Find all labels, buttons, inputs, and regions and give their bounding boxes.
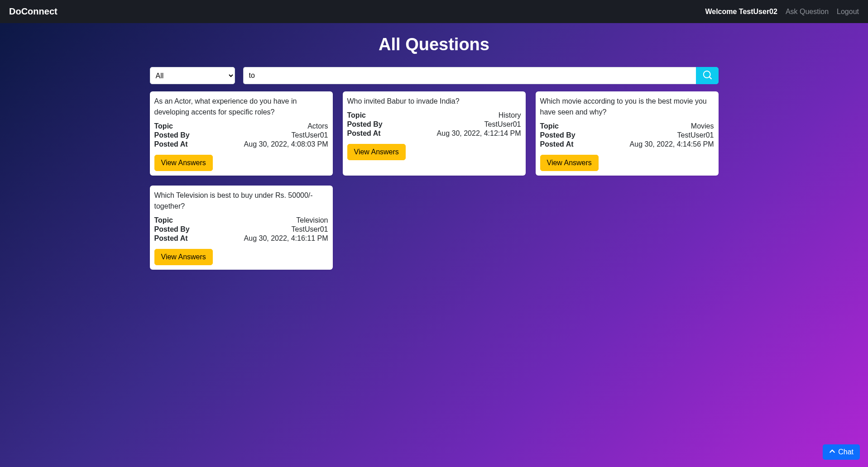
posted-at-value: Aug 30, 2022, 4:14:56 PM — [630, 140, 714, 148]
meta-row-posted-by: Posted By TestUser01 — [154, 225, 328, 234]
question-card: Which movie according to you is the best… — [536, 91, 719, 176]
topic-label: Topic — [540, 122, 559, 130]
posted-at-value: Aug 30, 2022, 4:16:11 PM — [244, 234, 328, 243]
meta-row-posted-at: Posted At Aug 30, 2022, 4:08:03 PM — [154, 140, 328, 148]
view-answers-button[interactable]: View Answers — [347, 144, 406, 160]
view-answers-button[interactable]: View Answers — [154, 155, 213, 171]
nav-right: Welcome TestUser02 Ask Question Logout — [705, 8, 859, 16]
question-card: Which Television is best to buy under Rs… — [150, 186, 333, 270]
meta-row-posted-at: Posted At Aug 30, 2022, 4:14:56 PM — [540, 140, 714, 148]
topic-label: Topic — [347, 111, 366, 119]
question-title: Which Television is best to buy under Rs… — [154, 190, 328, 212]
search-input[interactable] — [243, 67, 696, 84]
posted-by-label: Posted By — [540, 131, 575, 139]
posted-at-label: Posted At — [540, 140, 574, 148]
posted-at-label: Posted At — [154, 140, 188, 148]
topic-label: Topic — [154, 122, 173, 130]
search-row: All — [150, 67, 719, 84]
meta-row-topic: Topic Movies — [540, 122, 714, 130]
brand-logo[interactable]: DoConnect — [9, 6, 58, 17]
meta-row-topic: Topic History — [347, 111, 521, 119]
meta-row-posted-by: Posted By TestUser01 — [540, 131, 714, 139]
chevron-up-icon — [829, 448, 835, 456]
search-group — [243, 67, 719, 84]
posted-by-value: TestUser01 — [292, 225, 328, 234]
topic-filter-select[interactable]: All — [150, 67, 235, 84]
search-button[interactable] — [696, 67, 719, 84]
posted-by-label: Posted By — [347, 120, 383, 129]
ask-question-link[interactable]: Ask Question — [786, 8, 829, 16]
meta-row-posted-by: Posted By TestUser01 — [154, 131, 328, 139]
search-icon — [703, 71, 712, 81]
questions-grid: As an Actor, what experience do you have… — [150, 91, 719, 270]
posted-by-label: Posted By — [154, 225, 190, 234]
posted-by-value: TestUser01 — [292, 131, 328, 139]
meta-row-posted-at: Posted At Aug 30, 2022, 4:12:14 PM — [347, 129, 521, 138]
meta-row-posted-by: Posted By TestUser01 — [347, 120, 521, 129]
meta-row-topic: Topic Television — [154, 216, 328, 224]
posted-by-value: TestUser01 — [677, 131, 714, 139]
chat-label: Chat — [838, 448, 854, 456]
topic-value: Movies — [691, 122, 714, 130]
view-answers-button[interactable]: View Answers — [154, 249, 213, 265]
question-title: As an Actor, what experience do you have… — [154, 96, 328, 118]
posted-at-value: Aug 30, 2022, 4:12:14 PM — [437, 129, 521, 138]
page-title: All Questions — [0, 23, 868, 67]
logout-link[interactable]: Logout — [837, 8, 859, 16]
topic-value: Television — [296, 216, 328, 224]
topic-value: Actors — [307, 122, 328, 130]
posted-at-value: Aug 30, 2022, 4:08:03 PM — [244, 140, 328, 148]
question-title: Which movie according to you is the best… — [540, 96, 714, 118]
posted-at-label: Posted At — [154, 234, 188, 243]
meta-row-topic: Topic Actors — [154, 122, 328, 130]
topic-label: Topic — [154, 216, 173, 224]
view-answers-button[interactable]: View Answers — [540, 155, 599, 171]
chat-button[interactable]: Chat — [823, 444, 860, 460]
question-card: As an Actor, what experience do you have… — [150, 91, 333, 176]
posted-by-value: TestUser01 — [484, 120, 521, 129]
posted-at-label: Posted At — [347, 129, 381, 138]
welcome-text: Welcome TestUser02 — [705, 8, 777, 16]
question-card: Who invited Babur to invade India? Topic… — [343, 91, 526, 176]
topic-value: History — [499, 111, 521, 119]
main-container: All As an Actor, what experience do you … — [144, 67, 724, 270]
posted-by-label: Posted By — [154, 131, 190, 139]
navbar: DoConnect Welcome TestUser02 Ask Questio… — [0, 0, 868, 23]
meta-row-posted-at: Posted At Aug 30, 2022, 4:16:11 PM — [154, 234, 328, 243]
question-title: Who invited Babur to invade India? — [347, 96, 521, 107]
